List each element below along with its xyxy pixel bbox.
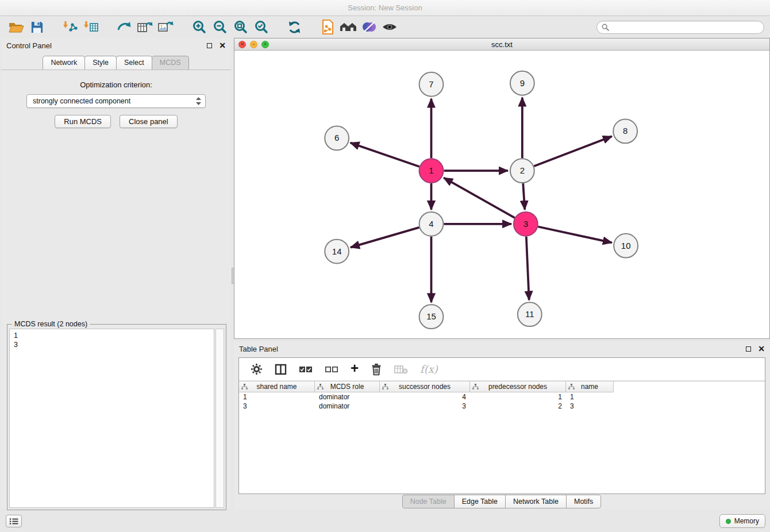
graph-edge-1-6[interactable] bbox=[351, 143, 419, 167]
optimization-select[interactable]: strongly connected component bbox=[26, 94, 206, 108]
venn-filter-button[interactable] bbox=[359, 18, 379, 36]
add-column-button[interactable]: + bbox=[351, 361, 359, 375]
save-session-button[interactable] bbox=[26, 18, 47, 36]
table-cell[interactable]: 3 bbox=[380, 402, 470, 410]
gear-icon bbox=[251, 363, 263, 375]
graph-edge-2-8[interactable] bbox=[534, 136, 612, 166]
search-box[interactable] bbox=[596, 21, 764, 34]
result-scrollbar[interactable] bbox=[215, 329, 224, 508]
graph-node-1[interactable]: 1 bbox=[419, 159, 444, 183]
zoom-out-button[interactable] bbox=[209, 18, 230, 36]
export-table-icon bbox=[136, 20, 153, 34]
svg-text:14: 14 bbox=[332, 246, 342, 256]
zoom-fit-button[interactable] bbox=[230, 18, 251, 36]
zoom-fit-icon bbox=[233, 20, 248, 35]
graph-edge-4-14[interactable] bbox=[351, 228, 419, 248]
refresh-button[interactable] bbox=[284, 18, 305, 36]
table-settings-button[interactable] bbox=[251, 363, 263, 375]
graph-node-2[interactable]: 2 bbox=[510, 159, 534, 183]
first-neighbors-button[interactable] bbox=[338, 18, 359, 36]
sort-icon bbox=[317, 384, 324, 392]
control-panel-header: Control Panel ✕ bbox=[1, 38, 231, 53]
table-cell[interactable]: 4 bbox=[380, 393, 470, 401]
close-panel-button[interactable]: Close panel bbox=[120, 115, 178, 128]
table-row[interactable]: 1dominator411 bbox=[239, 392, 765, 402]
delete-column-button[interactable] bbox=[371, 363, 382, 376]
column-header-name[interactable]: name bbox=[566, 381, 614, 392]
float-panel-icon[interactable] bbox=[207, 43, 212, 48]
float-table-panel-icon[interactable] bbox=[746, 346, 751, 352]
graph-edge-3-10[interactable] bbox=[538, 226, 612, 242]
open-session-button[interactable] bbox=[6, 18, 26, 36]
task-history-button[interactable] bbox=[6, 515, 22, 527]
graph-node-11[interactable]: 11 bbox=[518, 302, 542, 326]
optimization-select-value: strongly connected component bbox=[33, 97, 195, 105]
table-cell[interactable]: 3 bbox=[566, 402, 614, 410]
graph-node-9[interactable]: 9 bbox=[510, 71, 534, 95]
table-cell[interactable]: 3 bbox=[239, 402, 315, 410]
tab-network[interactable]: Network bbox=[43, 56, 85, 70]
table-cell[interactable]: dominator bbox=[315, 393, 380, 401]
column-header-shared-name[interactable]: shared name bbox=[239, 381, 315, 392]
graph-edge-3-1[interactable] bbox=[444, 178, 515, 218]
memory-label: Memory bbox=[734, 517, 759, 525]
graph-node-3[interactable]: 3 bbox=[514, 212, 538, 236]
result-item[interactable]: 3 bbox=[14, 340, 210, 349]
import-table-button[interactable] bbox=[80, 18, 101, 36]
column-header-predecessor-nodes[interactable]: predecessor nodes bbox=[470, 381, 566, 392]
show-columns-button[interactable] bbox=[275, 364, 287, 375]
share-network-button[interactable] bbox=[114, 18, 134, 36]
document-network-button[interactable] bbox=[317, 18, 338, 36]
graph-edge-2-3[interactable] bbox=[523, 183, 525, 210]
mcds-result-title: MCDS result (2 nodes) bbox=[12, 320, 90, 328]
table-cell[interactable]: 1 bbox=[566, 393, 614, 401]
export-table-button[interactable] bbox=[134, 18, 155, 36]
show-hide-button[interactable] bbox=[379, 18, 400, 36]
tab-mcds[interactable]: MCDS bbox=[152, 56, 189, 70]
function-builder-button[interactable]: f(x) bbox=[420, 363, 438, 375]
refresh-icon bbox=[287, 20, 302, 35]
run-mcds-button[interactable]: Run MCDS bbox=[55, 115, 111, 128]
export-image-button[interactable] bbox=[155, 18, 176, 36]
table-cell[interactable]: 1 bbox=[470, 393, 566, 401]
graph-node-10[interactable]: 10 bbox=[614, 234, 638, 258]
graph-node-8[interactable]: 8 bbox=[613, 119, 637, 144]
close-table-panel-icon[interactable]: ✕ bbox=[758, 345, 765, 353]
graph-edge-3-11[interactable] bbox=[526, 237, 529, 300]
graph-node-6[interactable]: 6 bbox=[325, 126, 349, 150]
deselect-all-button[interactable] bbox=[325, 365, 338, 374]
sort-icon bbox=[472, 384, 479, 392]
column-header-successor-nodes[interactable]: successor nodes bbox=[380, 381, 470, 392]
graph-node-14[interactable]: 14 bbox=[325, 240, 349, 264]
mcds-result-list[interactable]: 13 bbox=[9, 329, 214, 508]
table-cell[interactable]: 1 bbox=[239, 393, 315, 401]
table-row[interactable]: 3dominator323 bbox=[239, 402, 765, 411]
search-icon bbox=[602, 24, 609, 31]
network-canvas[interactable]: 7968124314101511 bbox=[234, 51, 769, 338]
tab-style[interactable]: Style bbox=[84, 56, 117, 70]
graph-node-7[interactable]: 7 bbox=[419, 72, 444, 97]
delete-table-button[interactable] bbox=[394, 364, 408, 375]
column-header-MCDS-role[interactable]: MCDS role bbox=[315, 381, 380, 392]
zoom-selected-button[interactable] bbox=[251, 18, 271, 36]
result-item[interactable]: 1 bbox=[14, 331, 210, 340]
close-panel-icon[interactable]: ✕ bbox=[219, 41, 226, 49]
stepper-icon bbox=[195, 97, 202, 106]
search-input[interactable] bbox=[612, 23, 759, 31]
checkboxes-checked-icon bbox=[299, 365, 313, 374]
tab-edge-table[interactable]: Edge Table bbox=[454, 495, 506, 508]
zoom-in-button[interactable] bbox=[188, 18, 209, 36]
tab-select[interactable]: Select bbox=[116, 56, 152, 70]
graph-node-4[interactable]: 4 bbox=[419, 212, 444, 236]
tab-node-table[interactable]: Node Table bbox=[402, 495, 455, 508]
table-cell[interactable]: dominator bbox=[315, 402, 380, 410]
tab-motifs[interactable]: Motifs bbox=[566, 495, 601, 508]
select-all-button[interactable] bbox=[299, 365, 313, 374]
memory-button[interactable]: Memory bbox=[719, 514, 765, 528]
import-network-button[interactable] bbox=[60, 18, 80, 36]
tab-network-table[interactable]: Network Table bbox=[505, 495, 567, 508]
graph-node-15[interactable]: 15 bbox=[419, 304, 444, 329]
svg-text:2: 2 bbox=[520, 165, 525, 175]
network-window: scc.txt ✕ − + 7968124314101511 bbox=[234, 38, 770, 339]
table-cell[interactable]: 2 bbox=[470, 402, 566, 410]
